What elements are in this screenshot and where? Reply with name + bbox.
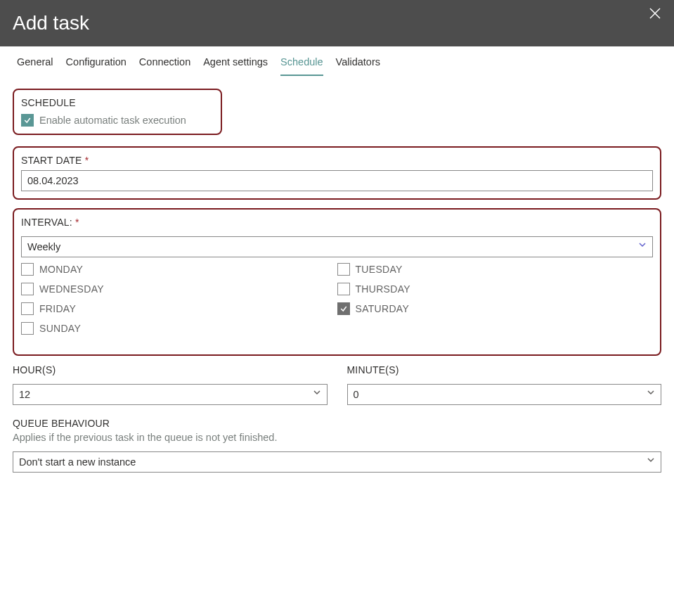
tab-schedule[interactable]: Schedule [280, 56, 323, 76]
start-date-label: START DATE * [21, 155, 653, 166]
minutes-select[interactable] [347, 384, 662, 405]
schedule-section-highlight: SCHEDULE Enable automatic task execution [13, 89, 222, 135]
day-tuesday-checkbox[interactable] [337, 263, 350, 276]
schedule-heading: SCHEDULE [21, 97, 214, 108]
tab-connection[interactable]: Connection [139, 56, 190, 76]
day-tuesday-label: TUESDAY [356, 264, 403, 275]
minutes-label: MINUTE(S) [347, 364, 662, 376]
queue-select[interactable] [13, 451, 661, 473]
close-icon[interactable] [649, 7, 661, 20]
day-saturday-checkbox[interactable] [337, 302, 350, 315]
start-date-section-highlight: START DATE * [13, 146, 661, 200]
interval-section-highlight: INTERVAL: * MONDAY TUESDAY WEDNESDAY THU… [13, 208, 661, 356]
queue-label: QUEUE BEHAVIOUR [13, 418, 661, 429]
enable-auto-checkbox[interactable] [21, 114, 34, 127]
day-monday-checkbox[interactable] [21, 263, 34, 276]
tab-validators[interactable]: Validators [336, 56, 380, 76]
tab-configuration[interactable]: Configuration [66, 56, 127, 76]
queue-help-text: Applies if the previous task in the queu… [13, 432, 661, 443]
interval-label: INTERVAL: * [21, 217, 653, 228]
day-thursday-label: THURSDAY [356, 283, 410, 295]
day-wednesday-checkbox[interactable] [21, 283, 34, 295]
day-thursday-checkbox[interactable] [337, 283, 350, 295]
dialog-footer: Add Discard [0, 505, 674, 616]
hours-label: HOUR(S) [13, 364, 328, 376]
dialog-header: Add task [0, 0, 674, 46]
tab-agent-settings[interactable]: Agent settings [203, 56, 268, 76]
day-monday-label: MONDAY [39, 264, 83, 275]
content-panel: SCHEDULE Enable automatic task execution… [0, 76, 674, 505]
start-date-input[interactable] [21, 170, 653, 191]
days-grid: MONDAY TUESDAY WEDNESDAY THURSDAY FRIDAY… [21, 263, 653, 335]
day-friday-checkbox[interactable] [21, 302, 34, 315]
interval-select[interactable] [21, 236, 653, 257]
day-sunday-label: SUNDAY [39, 323, 81, 334]
day-saturday-label: SATURDAY [356, 303, 410, 314]
day-friday-label: FRIDAY [39, 303, 76, 314]
dialog-title: Add task [13, 12, 89, 34]
hours-select[interactable] [13, 384, 328, 405]
tab-general[interactable]: General [17, 56, 53, 76]
tab-bar: General Configuration Connection Agent s… [0, 46, 674, 76]
day-sunday-checkbox[interactable] [21, 322, 34, 335]
enable-auto-label: Enable automatic task execution [39, 115, 186, 126]
day-wednesday-label: WEDNESDAY [39, 283, 104, 295]
